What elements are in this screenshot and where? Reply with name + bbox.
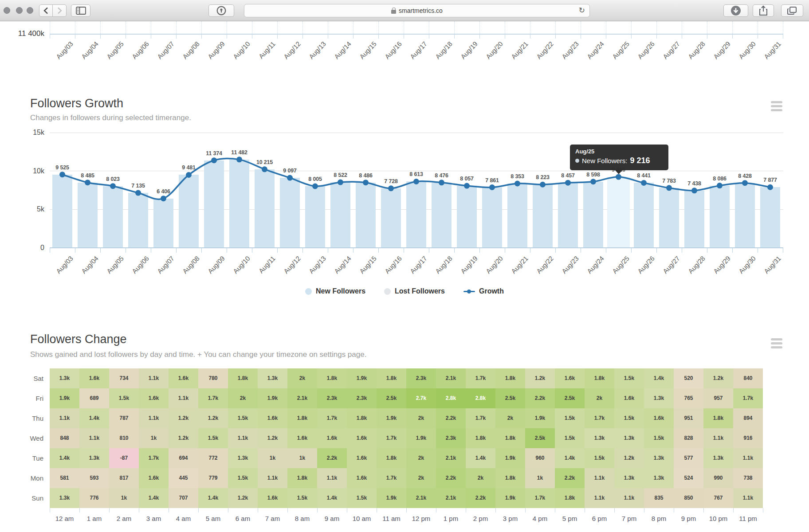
heatmap-cell[interactable]: 1.5k (614, 368, 644, 388)
heatmap-cell[interactable]: 1.5k (555, 428, 585, 448)
heatmap-cell[interactable]: 1.4k (139, 488, 169, 508)
heatmap-cell[interactable]: 2.7k (406, 388, 436, 408)
heatmap-cell[interactable]: 1.2k (228, 488, 258, 508)
heatmap-cell[interactable]: 1k (258, 448, 287, 468)
window-zoom-button[interactable] (27, 7, 33, 14)
heatmap-cell[interactable]: 1.5k (287, 488, 317, 508)
heatmap-cell[interactable]: 2.5k (495, 388, 525, 408)
heatmap-cell[interactable]: 2k (585, 388, 614, 408)
heatmap-cell[interactable]: 1.8k (703, 408, 733, 428)
bar-new-followers[interactable] (735, 183, 755, 248)
heatmap-cell[interactable]: 1.3k (703, 448, 733, 468)
heatmap-cell[interactable]: 1.6k (644, 408, 674, 428)
bar-new-followers[interactable] (457, 186, 477, 247)
heatmap-cell[interactable]: 2k (287, 368, 317, 388)
heatmap-cell[interactable]: 1.7k (139, 448, 169, 468)
bar-new-followers[interactable] (128, 193, 148, 247)
heatmap-cell[interactable]: 1.4k (50, 448, 79, 468)
heatmap-cell[interactable]: 1.3k (50, 368, 79, 388)
heatmap-cell[interactable]: 1.2k (614, 448, 644, 468)
heatmap-cell[interactable]: 445 (169, 468, 198, 488)
heatmap-cell[interactable]: 1.5k (347, 488, 377, 508)
heatmap-cell[interactable]: 1.6k (317, 428, 347, 448)
heatmap-cell[interactable]: 1.9k (377, 488, 406, 508)
heatmap-cell[interactable]: 1.6k (347, 428, 377, 448)
bar-new-followers[interactable] (558, 183, 578, 247)
heatmap-cell[interactable]: 1.9k (377, 408, 406, 428)
bar-new-followers[interactable] (356, 183, 376, 248)
heatmap-cell[interactable]: 1.5k (228, 408, 258, 428)
heatmap-cell[interactable]: 1.6k (347, 468, 377, 488)
reload-button[interactable]: ↻ (579, 6, 585, 15)
heatmap-cell[interactable]: 1.1k (79, 428, 109, 448)
heatmap-cell[interactable]: 2.2k (436, 408, 466, 428)
heatmap-cell[interactable]: 2.1k (436, 488, 466, 508)
heatmap-cell[interactable]: 1.8k (585, 368, 614, 388)
heatmap-cell[interactable]: 2.8k (436, 388, 466, 408)
heatmap-cell[interactable]: 1.3k (585, 428, 614, 448)
heatmap-cell[interactable]: 1.3k (614, 468, 644, 488)
bar-new-followers[interactable] (432, 183, 452, 248)
heatmap-cell[interactable]: 2.1k (436, 368, 466, 388)
heatmap-cell[interactable]: 1.2k (258, 428, 287, 448)
legend-item-new-followers[interactable]: New Followers (305, 287, 365, 295)
heatmap-cell[interactable]: 1.1k (585, 488, 614, 508)
heatmap-cell[interactable]: 2.3k (406, 368, 436, 388)
heatmap-cell[interactable]: 1.9k (258, 388, 287, 408)
heatmap-cell[interactable]: 734 (109, 368, 139, 388)
bar-new-followers[interactable] (52, 175, 72, 248)
heatmap-cell[interactable]: 1.6k (139, 388, 169, 408)
bar-new-followers[interactable] (280, 178, 300, 247)
change-chart-menu-button[interactable] (771, 338, 782, 348)
heatmap-cell[interactable]: 1.6k (258, 488, 287, 508)
url-field[interactable]: smartmetrics.co ↻ (244, 4, 590, 17)
heatmap-cell[interactable]: 1.7k (198, 388, 228, 408)
heatmap-cell[interactable]: 1.5k (198, 428, 228, 448)
share-button[interactable] (753, 4, 774, 17)
heatmap-cell[interactable]: 694 (169, 448, 198, 468)
heatmap-cell[interactable]: 1.8k (495, 468, 525, 488)
heatmap-cell[interactable]: 1.3k (228, 448, 258, 468)
heatmap-cell[interactable]: 1.1k (733, 488, 763, 508)
heatmap-cell[interactable]: 1.4k (198, 488, 228, 508)
heatmap-cell[interactable]: 1.4k (644, 368, 674, 388)
bar-new-followers[interactable] (507, 184, 527, 248)
bar-new-followers[interactable] (607, 177, 630, 247)
heatmap-cell[interactable]: 1.6k (139, 468, 169, 488)
heatmap-cell[interactable]: 2.2k (466, 488, 495, 508)
bar-new-followers[interactable] (533, 184, 553, 247)
heatmap-cell[interactable]: 1.4k (79, 408, 109, 428)
heatmap-cell[interactable]: 1.2k (198, 408, 228, 428)
legend-item-lost-followers[interactable]: Lost Followers (384, 287, 445, 295)
heatmap-cell[interactable]: 1.8k (377, 368, 406, 388)
heatmap-cell[interactable]: 2.3k (347, 388, 377, 408)
heatmap-cell[interactable]: 2k (495, 408, 525, 428)
heatmap-cell[interactable]: 2.2k (317, 448, 347, 468)
heatmap-cell[interactable]: 1.1k (614, 488, 644, 508)
sidebar-toggle-button[interactable] (71, 4, 90, 17)
heatmap-cell[interactable]: 738 (733, 468, 763, 488)
bar-new-followers[interactable] (153, 199, 173, 248)
heatmap-cell[interactable]: 1.2k (703, 368, 733, 388)
bar-new-followers[interactable] (305, 186, 325, 247)
heatmap-cell[interactable]: 2.5k (377, 388, 406, 408)
growth-chart-menu-button[interactable] (771, 101, 782, 111)
heatmap-cell[interactable]: 1.6k (614, 388, 644, 408)
heatmap-cell[interactable]: 707 (169, 488, 198, 508)
heatmap-cell[interactable]: 1.9k (347, 368, 377, 388)
heatmap-cell[interactable]: 1.5k (585, 448, 614, 468)
bar-new-followers[interactable] (229, 160, 249, 248)
heatmap-cell[interactable]: 1.3k (644, 448, 674, 468)
heatmap-cell[interactable]: 1.8k (228, 368, 258, 388)
bar-new-followers[interactable] (179, 175, 199, 247)
window-minimize-button[interactable] (16, 7, 23, 14)
heatmap-cell[interactable]: 850 (674, 488, 703, 508)
heatmap-cell[interactable]: 835 (644, 488, 674, 508)
bar-new-followers[interactable] (330, 182, 350, 247)
bar-new-followers[interactable] (255, 169, 275, 248)
bar-new-followers[interactable] (78, 183, 98, 248)
heatmap-cell[interactable]: 916 (733, 428, 763, 448)
heatmap-cell[interactable]: 1.1k (317, 468, 347, 488)
heatmap-cell[interactable]: 1.8k (287, 408, 317, 428)
heatmap-cell[interactable]: 772 (198, 448, 228, 468)
